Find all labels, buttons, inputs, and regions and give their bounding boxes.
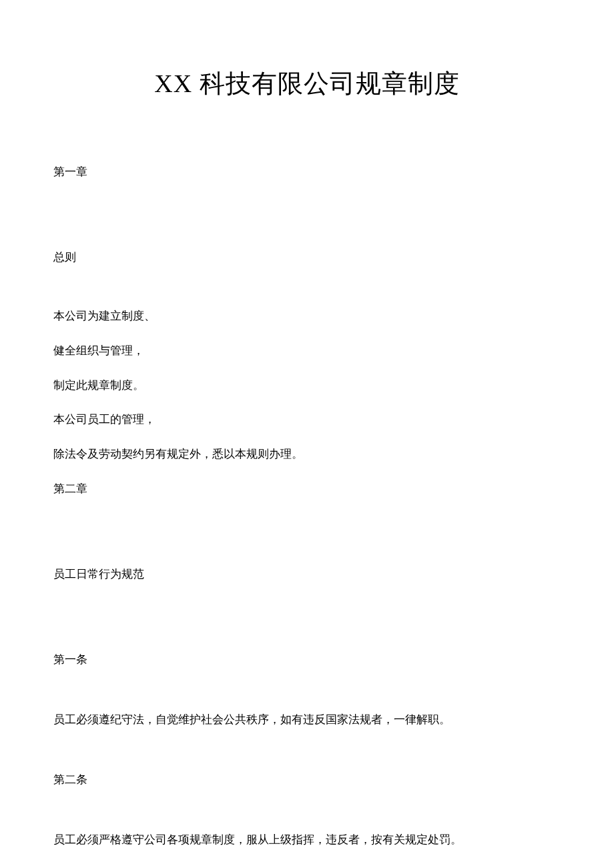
- chapter1-line: 健全组织与管理，: [53, 343, 561, 359]
- article2-label: 第二条: [53, 772, 561, 787]
- article2-text: 员工必须严格遵守公司各项规章制度，服从上级指挥，违反者，按有关规定处罚。: [53, 831, 507, 849]
- chapter2-label: 第二章: [53, 481, 561, 496]
- document-title: XX 科技有限公司规章制度: [53, 67, 561, 101]
- chapter1-line: 除法令及劳动契约另有规定外，悉以本规则办理。: [53, 446, 561, 462]
- chapter1-line: 制定此规章制度。: [53, 378, 561, 394]
- chapter1-label: 第一章: [53, 164, 561, 179]
- chapter2-heading: 员工日常行为规范: [53, 566, 561, 582]
- chapter1-heading: 总则: [53, 250, 561, 265]
- chapter1-line: 本公司为建立制度、: [53, 308, 561, 324]
- article1-label: 第一条: [53, 652, 561, 667]
- article1-text: 员工必须遵纪守法，自觉维护社会公共秩序，如有违反国家法规者，一律解职。: [53, 711, 507, 729]
- chapter1-line: 本公司员工的管理，: [53, 412, 561, 428]
